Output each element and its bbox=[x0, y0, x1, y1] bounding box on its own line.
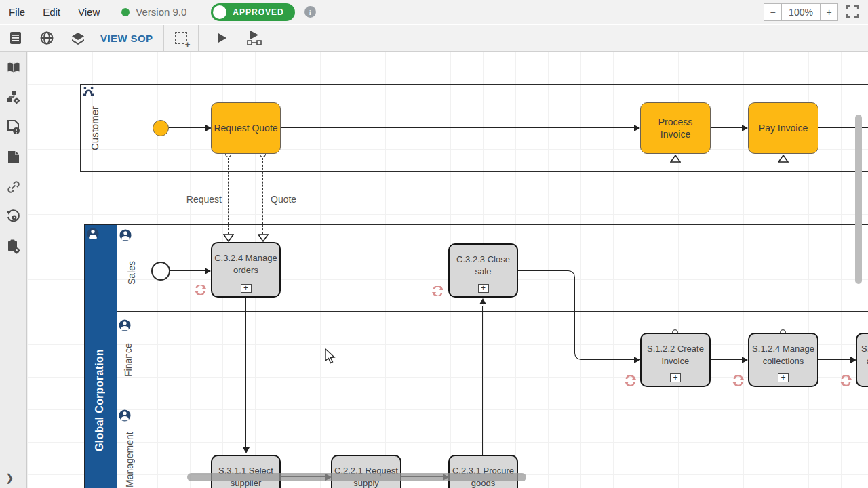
sequence-flow bbox=[518, 270, 575, 316]
process-tree-gear-icon[interactable] bbox=[6, 90, 21, 105]
person-circle-icon bbox=[119, 319, 131, 331]
task-manage-collections[interactable]: S.1.2.4 Manage collections + bbox=[748, 333, 818, 387]
task-label: S.1.2.2 Create invoice bbox=[647, 344, 704, 366]
message-arrowhead bbox=[670, 155, 681, 163]
message-label-request: Request bbox=[167, 194, 222, 205]
subprocess-plus-marker[interactable]: + bbox=[670, 373, 681, 382]
subprocess-plus-marker[interactable]: + bbox=[778, 373, 789, 382]
menu-view[interactable]: View bbox=[78, 6, 100, 18]
play-icon[interactable] bbox=[215, 30, 230, 45]
zoom-widget: − 100% + bbox=[764, 3, 838, 21]
message-arrowhead bbox=[223, 234, 234, 242]
document-alert-icon[interactable] bbox=[6, 120, 21, 135]
file-icon[interactable] bbox=[6, 150, 21, 165]
task-label: a bbox=[861, 356, 868, 366]
message-flow bbox=[675, 164, 675, 329]
task-pay-invoice[interactable]: Pay Invoice bbox=[748, 102, 818, 154]
message-label-quote: Quote bbox=[271, 194, 318, 205]
start-event-sales[interactable] bbox=[151, 262, 170, 281]
history-gear-icon[interactable] bbox=[6, 209, 21, 224]
zoom-level: 100% bbox=[781, 3, 821, 21]
play-process-icon[interactable] bbox=[246, 30, 264, 45]
toolbar-separator bbox=[163, 25, 164, 51]
task-label: C.3.2.3 Close sale bbox=[456, 254, 510, 277]
task-procure-goods[interactable]: C.2.3.1 Procure goods bbox=[448, 455, 518, 488]
pool-global-corporation[interactable]: Global Corporation bbox=[84, 224, 117, 488]
arrowhead bbox=[634, 357, 640, 363]
toolbar-separator bbox=[198, 25, 199, 51]
approval-toggle[interactable]: APPROVED bbox=[211, 3, 294, 21]
task-request-supply[interactable]: C.2.2.1 Request supply bbox=[331, 455, 401, 488]
arrowhead bbox=[634, 125, 640, 131]
arrowhead bbox=[243, 447, 250, 453]
lane-finance-name[interactable]: Finance bbox=[123, 339, 135, 381]
subprocess-plus-marker[interactable]: + bbox=[241, 284, 252, 293]
sequence-flow bbox=[818, 359, 850, 360]
task-request-quote[interactable]: Request Quote bbox=[211, 102, 281, 154]
subprocess-plus-marker[interactable]: + bbox=[478, 284, 489, 293]
menu-file[interactable]: File bbox=[9, 6, 25, 18]
sequence-flow bbox=[482, 306, 483, 455]
task-manage-orders[interactable]: C.3.2.4 Manage orders + bbox=[211, 242, 281, 298]
diagram-canvas[interactable]: Customer Request Quote Process Invoice P… bbox=[27, 52, 868, 488]
mouse-cursor bbox=[323, 348, 337, 365]
clipboard-gear-icon[interactable] bbox=[6, 239, 21, 254]
version-label: Version 9.0 bbox=[136, 6, 186, 18]
version-dot bbox=[121, 8, 130, 16]
sequence-flow bbox=[170, 270, 206, 271]
sequence-flow bbox=[711, 127, 743, 128]
book-icon[interactable] bbox=[6, 60, 21, 75]
task-label: S.1.2.4 Manage collections bbox=[752, 344, 814, 366]
pool-customer-label-strip[interactable]: Customer bbox=[81, 85, 111, 171]
vertical-scrollbar[interactable] bbox=[855, 115, 862, 284]
view-sop-button[interactable]: VIEW SOP bbox=[100, 33, 153, 44]
loop-icon bbox=[732, 375, 744, 386]
globe-icon[interactable] bbox=[39, 30, 54, 45]
lane-border bbox=[117, 311, 868, 312]
approval-status-label: APPROVED bbox=[233, 7, 283, 17]
document-icon[interactable] bbox=[8, 30, 23, 45]
loop-icon bbox=[432, 286, 443, 296]
task-select-supplier[interactable]: S.3.1.1 Select supplier bbox=[211, 455, 281, 488]
zoom-out-button[interactable]: − bbox=[764, 3, 781, 21]
lane-sales-name[interactable]: Sales bbox=[126, 256, 138, 289]
marquee-plus-glyph: + bbox=[185, 41, 191, 48]
message-arrowhead bbox=[778, 155, 789, 163]
task-label: C.3.2.4 Manage orders bbox=[214, 253, 277, 275]
info-icon[interactable]: i bbox=[304, 6, 316, 18]
fullscreen-icon[interactable] bbox=[846, 5, 860, 19]
horizontal-scrollbar[interactable] bbox=[187, 473, 526, 481]
person-circle-icon bbox=[87, 228, 99, 240]
version-indicator: Version 9.0 bbox=[121, 6, 186, 18]
message-flow bbox=[228, 158, 229, 234]
task-create-invoice[interactable]: S.1.2.2 Create invoice + bbox=[640, 333, 711, 387]
zoom-in-button[interactable]: + bbox=[821, 3, 838, 21]
link-icon[interactable] bbox=[6, 180, 21, 195]
lane-management-name[interactable]: Management bbox=[124, 422, 136, 488]
message-flow bbox=[262, 158, 263, 234]
loop-icon bbox=[625, 375, 636, 386]
arrowhead bbox=[742, 357, 748, 363]
arrowhead bbox=[479, 298, 486, 304]
arrowhead bbox=[742, 125, 748, 131]
task-process-invoice[interactable]: Process Invoice bbox=[640, 102, 711, 154]
lane-border bbox=[117, 405, 868, 405]
task-clipped-right[interactable]: S.1 a bbox=[856, 333, 868, 387]
start-event-customer[interactable] bbox=[153, 120, 169, 136]
sequence-flow bbox=[574, 315, 641, 360]
left-sidebar: ❯ bbox=[0, 52, 27, 488]
chevron-right-icon[interactable]: ❯ bbox=[5, 472, 14, 484]
arrowhead bbox=[205, 268, 211, 274]
marquee-add-icon[interactable]: + bbox=[175, 32, 187, 44]
pool-customer-name: Customer bbox=[89, 94, 102, 162]
task-close-sale[interactable]: C.3.2.3 Close sale + bbox=[448, 243, 518, 298]
message-flow bbox=[783, 164, 783, 329]
sequence-flow bbox=[711, 359, 743, 360]
person-circle-icon bbox=[119, 409, 131, 422]
layers-icon[interactable] bbox=[71, 30, 85, 45]
pool-global-corporation-name: Global Corporation bbox=[94, 342, 108, 458]
sequence-flow bbox=[245, 298, 246, 447]
approval-toggle-knob[interactable] bbox=[213, 5, 226, 19]
menu-bar: File Edit View Version 9.0 APPROVED i − … bbox=[0, 0, 868, 24]
menu-edit[interactable]: Edit bbox=[43, 6, 60, 18]
